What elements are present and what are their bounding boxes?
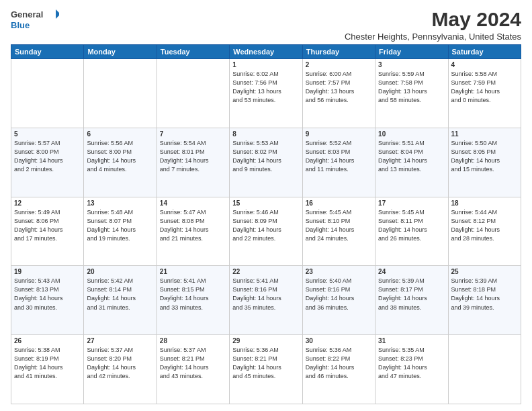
calendar-week-4: 19Sunrise: 5:43 AMSunset: 8:13 PMDayligh… xyxy=(11,266,521,335)
table-cell: 5Sunrise: 5:57 AMSunset: 8:00 PMDaylight… xyxy=(11,128,84,197)
table-cell: 27Sunrise: 5:37 AMSunset: 8:20 PMDayligh… xyxy=(84,335,157,404)
day-number: 13 xyxy=(87,199,153,207)
subtitle: Chester Heights, Pennsylvania, United St… xyxy=(345,32,521,42)
day-info: Sunrise: 5:56 AMSunset: 8:00 PMDaylight:… xyxy=(87,139,153,174)
day-number: 11 xyxy=(451,130,518,138)
table-cell: 22Sunrise: 5:41 AMSunset: 8:16 PMDayligh… xyxy=(230,266,302,335)
title-block: May 2024 Chester Heights, Pennsylvania, … xyxy=(345,8,521,42)
table-cell: 4Sunrise: 5:58 AMSunset: 7:59 PMDaylight… xyxy=(448,59,521,128)
table-cell xyxy=(11,59,84,128)
col-tuesday: Tuesday xyxy=(157,45,229,59)
table-cell: 11Sunrise: 5:50 AMSunset: 8:05 PMDayligh… xyxy=(448,128,521,197)
table-cell: 13Sunrise: 5:48 AMSunset: 8:07 PMDayligh… xyxy=(84,197,157,266)
day-number: 3 xyxy=(378,61,445,68)
day-info: Sunrise: 5:38 AMSunset: 8:19 PMDaylight:… xyxy=(14,346,81,381)
table-cell: 16Sunrise: 5:45 AMSunset: 8:10 PMDayligh… xyxy=(302,197,375,266)
table-cell: 28Sunrise: 5:37 AMSunset: 8:21 PMDayligh… xyxy=(157,335,229,404)
calendar-week-1: 1Sunrise: 6:02 AMSunset: 7:56 PMDaylight… xyxy=(11,59,521,128)
main-title: May 2024 xyxy=(345,8,521,30)
day-number: 16 xyxy=(306,199,372,207)
day-number: 27 xyxy=(87,337,153,345)
day-info: Sunrise: 5:36 AMSunset: 8:21 PMDaylight:… xyxy=(232,346,299,381)
day-number: 7 xyxy=(160,130,226,138)
day-info: Sunrise: 6:00 AMSunset: 7:57 PMDaylight:… xyxy=(306,70,372,105)
day-info: Sunrise: 5:47 AMSunset: 8:08 PMDaylight:… xyxy=(160,208,226,243)
table-cell: 12Sunrise: 5:49 AMSunset: 8:06 PMDayligh… xyxy=(11,197,84,266)
day-info: Sunrise: 5:45 AMSunset: 8:10 PMDaylight:… xyxy=(306,208,372,243)
table-cell xyxy=(84,59,157,128)
day-info: Sunrise: 5:40 AMSunset: 8:16 PMDaylight:… xyxy=(306,277,372,312)
day-number: 1 xyxy=(232,61,299,68)
day-number: 12 xyxy=(14,199,81,207)
table-cell: 18Sunrise: 5:44 AMSunset: 8:12 PMDayligh… xyxy=(448,197,521,266)
table-cell: 25Sunrise: 5:39 AMSunset: 8:18 PMDayligh… xyxy=(448,266,521,335)
table-cell: 30Sunrise: 5:36 AMSunset: 8:22 PMDayligh… xyxy=(302,335,375,404)
day-number: 17 xyxy=(378,199,445,207)
calendar-header-row: Sunday Monday Tuesday Wednesday Thursday… xyxy=(11,45,521,59)
table-cell: 2Sunrise: 6:00 AMSunset: 7:57 PMDaylight… xyxy=(302,59,375,128)
table-cell: 26Sunrise: 5:38 AMSunset: 8:19 PMDayligh… xyxy=(11,335,84,404)
table-cell: 17Sunrise: 5:45 AMSunset: 8:11 PMDayligh… xyxy=(375,197,448,266)
table-cell: 7Sunrise: 5:54 AMSunset: 8:01 PMDaylight… xyxy=(157,128,229,197)
day-info: Sunrise: 5:54 AMSunset: 8:01 PMDaylight:… xyxy=(160,139,226,174)
day-info: Sunrise: 5:36 AMSunset: 8:22 PMDaylight:… xyxy=(306,346,372,381)
table-cell xyxy=(157,59,229,128)
header: General Blue May 2024 Chester Heights, P… xyxy=(11,8,521,42)
table-cell: 19Sunrise: 5:43 AMSunset: 8:13 PMDayligh… xyxy=(11,266,84,335)
day-number: 9 xyxy=(306,130,372,138)
day-info: Sunrise: 5:46 AMSunset: 8:09 PMDaylight:… xyxy=(232,208,299,243)
day-number: 29 xyxy=(232,337,299,345)
day-number: 4 xyxy=(451,61,518,68)
day-info: Sunrise: 5:39 AMSunset: 8:17 PMDaylight:… xyxy=(378,277,445,312)
day-info: Sunrise: 5:43 AMSunset: 8:13 PMDaylight:… xyxy=(14,277,81,312)
calendar-week-3: 12Sunrise: 5:49 AMSunset: 8:06 PMDayligh… xyxy=(11,197,521,266)
calendar-week-5: 26Sunrise: 5:38 AMSunset: 8:19 PMDayligh… xyxy=(11,335,521,404)
table-cell: 14Sunrise: 5:47 AMSunset: 8:08 PMDayligh… xyxy=(157,197,229,266)
day-number: 24 xyxy=(378,268,445,275)
col-monday: Monday xyxy=(84,45,157,59)
svg-text:Blue: Blue xyxy=(11,20,30,30)
col-friday: Friday xyxy=(375,45,448,59)
day-info: Sunrise: 5:57 AMSunset: 8:00 PMDaylight:… xyxy=(14,139,81,174)
day-number: 30 xyxy=(306,337,372,345)
day-number: 23 xyxy=(306,268,372,275)
day-info: Sunrise: 5:49 AMSunset: 8:06 PMDaylight:… xyxy=(14,208,81,243)
day-info: Sunrise: 5:39 AMSunset: 8:18 PMDaylight:… xyxy=(451,277,518,312)
day-number: 10 xyxy=(378,130,445,138)
col-sunday: Sunday xyxy=(11,45,84,59)
calendar-table: Sunday Monday Tuesday Wednesday Thursday… xyxy=(11,44,521,404)
table-cell: 10Sunrise: 5:51 AMSunset: 8:04 PMDayligh… xyxy=(375,128,448,197)
table-cell: 29Sunrise: 5:36 AMSunset: 8:21 PMDayligh… xyxy=(230,335,302,404)
table-cell: 31Sunrise: 5:35 AMSunset: 8:23 PMDayligh… xyxy=(375,335,448,404)
page: General Blue May 2024 Chester Heights, P… xyxy=(0,0,532,411)
day-number: 8 xyxy=(232,130,299,138)
table-cell: 20Sunrise: 5:42 AMSunset: 8:14 PMDayligh… xyxy=(84,266,157,335)
day-info: Sunrise: 5:52 AMSunset: 8:03 PMDaylight:… xyxy=(306,139,372,174)
col-thursday: Thursday xyxy=(302,45,375,59)
table-cell: 3Sunrise: 5:59 AMSunset: 7:58 PMDaylight… xyxy=(375,59,448,128)
day-info: Sunrise: 5:42 AMSunset: 8:14 PMDaylight:… xyxy=(87,277,153,312)
day-info: Sunrise: 5:44 AMSunset: 8:12 PMDaylight:… xyxy=(451,208,518,243)
day-info: Sunrise: 5:53 AMSunset: 8:02 PMDaylight:… xyxy=(232,139,299,174)
table-cell: 21Sunrise: 5:41 AMSunset: 8:15 PMDayligh… xyxy=(157,266,229,335)
day-info: Sunrise: 5:41 AMSunset: 8:15 PMDaylight:… xyxy=(160,277,226,312)
day-number: 19 xyxy=(14,268,81,275)
table-cell xyxy=(448,335,521,404)
logo: General Blue xyxy=(11,8,59,32)
day-number: 18 xyxy=(451,199,518,207)
day-info: Sunrise: 6:02 AMSunset: 7:56 PMDaylight:… xyxy=(232,70,299,105)
day-number: 28 xyxy=(160,337,226,345)
col-wednesday: Wednesday xyxy=(230,45,302,59)
svg-text:General: General xyxy=(11,9,43,19)
day-info: Sunrise: 5:37 AMSunset: 8:20 PMDaylight:… xyxy=(87,346,153,381)
day-number: 25 xyxy=(451,268,518,275)
svg-marker-1 xyxy=(56,9,59,19)
day-number: 5 xyxy=(14,130,81,138)
logo-svg: General Blue xyxy=(11,8,59,32)
table-cell: 8Sunrise: 5:53 AMSunset: 8:02 PMDaylight… xyxy=(230,128,302,197)
table-cell: 6Sunrise: 5:56 AMSunset: 8:00 PMDaylight… xyxy=(84,128,157,197)
col-saturday: Saturday xyxy=(448,45,521,59)
day-number: 14 xyxy=(160,199,226,207)
day-info: Sunrise: 5:48 AMSunset: 8:07 PMDaylight:… xyxy=(87,208,153,243)
table-cell: 15Sunrise: 5:46 AMSunset: 8:09 PMDayligh… xyxy=(230,197,302,266)
